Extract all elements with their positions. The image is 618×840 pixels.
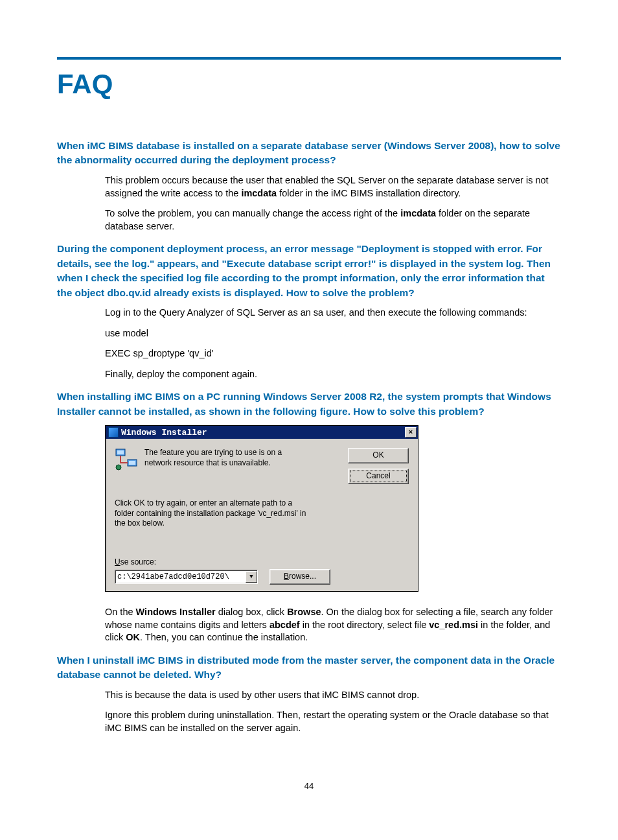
ok-button[interactable]: OK: [348, 448, 409, 463]
page-number: 44: [0, 781, 618, 791]
browse-button[interactable]: Browse...: [269, 569, 330, 585]
svg-rect-3: [129, 461, 135, 465]
underline-u: U: [115, 557, 120, 566]
bold-imcdata: imcdata: [241, 188, 277, 198]
faq-answer-2c: EXEC sp_droptype 'qv_id': [105, 347, 561, 360]
bold-ok: OK: [126, 632, 140, 642]
faq-answer-4a: This is because the data is used by othe…: [105, 689, 561, 702]
close-icon[interactable]: ×: [405, 427, 417, 438]
dialog-titlebar[interactable]: Windows Installer ×: [106, 426, 418, 439]
underline-b: B: [284, 572, 289, 581]
text: To solve the problem, you can manually c…: [105, 208, 400, 218]
text: rowse...: [289, 572, 316, 581]
windows-installer-dialog: Windows Installer × T: [105, 425, 561, 592]
svg-point-4: [116, 465, 121, 470]
network-resource-icon: [115, 448, 138, 471]
svg-rect-1: [117, 450, 124, 454]
faq-answer-4b: Ignore this problem during uninstallatio…: [105, 709, 561, 734]
use-source-label: Use source:: [115, 557, 409, 566]
bold-imcdata: imcdata: [400, 208, 436, 218]
text: in the root directory, select file: [300, 620, 429, 630]
installer-icon: [108, 427, 119, 438]
dialog-title-text: Windows Installer: [121, 428, 405, 438]
source-path-value: c:\2941abe7adcd0e10d720\: [117, 572, 246, 581]
faq-answer-2d: Finally, deploy the component again.: [105, 368, 561, 381]
text: dialog box, click: [216, 607, 287, 617]
dialog-message-2: Click OK to try again, or enter an alter…: [115, 498, 309, 529]
text: On the: [105, 607, 136, 617]
cancel-button[interactable]: Cancel: [348, 469, 409, 484]
header-rule: [57, 57, 561, 60]
faq-answer-2a: Log in to the Query Analyzer of SQL Serv…: [105, 307, 561, 320]
faq-answer-3: On the Windows Installer dialog box, cli…: [105, 606, 561, 644]
faq-answer-2b: use model: [105, 327, 561, 340]
page-title: FAQ: [57, 69, 561, 100]
chevron-down-icon[interactable]: ▼: [246, 571, 257, 583]
dialog-message-1: The feature you are trying to use is on …: [144, 448, 287, 468]
text: . Then, you can continue the installatio…: [140, 632, 308, 642]
text: se source:: [120, 557, 156, 566]
bold-vcred: vc_red.msi: [429, 620, 478, 630]
faq-question-4: When I uninstall iMC BIMS in distributed…: [57, 653, 561, 682]
faq-answer-1b: To solve the problem, you can manually c…: [105, 207, 561, 233]
text: folder in the iMC BIMS installation dire…: [277, 188, 461, 198]
bold-browse: Browse: [287, 607, 321, 617]
faq-question-1: When iMC BIMS database is installed on a…: [57, 139, 561, 168]
bold-windows-installer: Windows Installer: [136, 607, 216, 617]
bold-abcdef: abcdef: [269, 620, 300, 630]
faq-question-2: During the component deployment process,…: [57, 242, 561, 300]
source-path-combobox[interactable]: c:\2941abe7adcd0e10d720\ ▼: [115, 570, 258, 584]
faq-question-3: When installing iMC BIMS on a PC running…: [57, 390, 561, 419]
faq-answer-1a: This problem occurs because the user tha…: [105, 174, 561, 200]
